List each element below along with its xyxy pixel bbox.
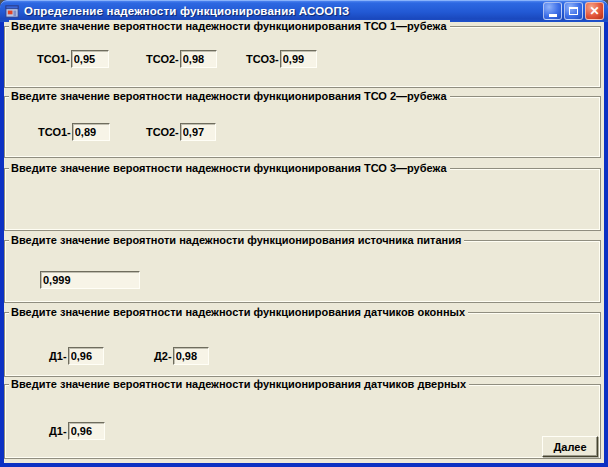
input-window-sensor-d2[interactable]: [173, 347, 209, 365]
section-window-sensors: Введите значение вероятности надежности …: [4, 312, 601, 377]
field-label: ТСО3-: [246, 53, 279, 65]
section-header: Введите значение вероятности надежности …: [9, 20, 450, 33]
field-label: ТСО2-: [146, 53, 179, 65]
field-label: ТСО1-: [38, 126, 71, 138]
input-tso2-line2[interactable]: [180, 123, 216, 141]
section-power-source: Введите значение вероятноти надежности ф…: [4, 240, 601, 303]
section-header: Введите значение вероятности надежности …: [9, 378, 469, 391]
next-button[interactable]: Далее: [542, 436, 598, 457]
field-row: [40, 271, 140, 289]
client-area: Введите значение вероятности надежности …: [4, 22, 604, 463]
field-label: Д1-: [49, 350, 67, 362]
title-bar[interactable]: Определение надежности функционирования …: [0, 0, 608, 22]
maximize-button[interactable]: [564, 2, 583, 20]
section-header: Введите значение вероятноти надежности ф…: [9, 234, 464, 247]
field-row: ТСО3-: [246, 50, 317, 68]
input-tso1-line2[interactable]: [72, 123, 110, 141]
section-door-sensors: Введите значение вероятности надежности …: [4, 384, 601, 459]
field-row: ТСО1-: [38, 123, 110, 141]
section-header: Введите значение вероятности надежности …: [9, 306, 468, 319]
section-tso-line1: Введите значение вероятности надежности …: [4, 26, 601, 88]
field-row: ТСО2-: [146, 50, 217, 68]
field-row: ТСО2-: [146, 123, 216, 141]
field-row: Д1-: [49, 347, 104, 365]
section-tso-line3: Введите значение вероятности надежности …: [4, 168, 601, 231]
input-tso1-line1[interactable]: [71, 50, 109, 68]
field-label: Д1-: [49, 425, 67, 437]
section-header: Введите значение вероятности надежности …: [9, 90, 450, 103]
field-label: ТСО2-: [146, 126, 179, 138]
minimize-button[interactable]: [543, 2, 562, 20]
input-door-sensor-d1[interactable]: [68, 422, 105, 440]
input-tso2-line1[interactable]: [180, 50, 217, 68]
field-row: Д2-: [154, 347, 209, 365]
field-label: Д2-: [154, 350, 172, 362]
field-label: ТСО1-: [37, 53, 70, 65]
field-row: ТСО1-: [37, 50, 109, 68]
field-row: Д1-: [49, 422, 105, 440]
section-header: Введите значение вероятности надежности …: [9, 162, 450, 175]
titlebar-buttons: ✕: [543, 2, 604, 20]
close-button[interactable]: ✕: [585, 2, 604, 20]
window-title: Определение надежности функционирования …: [24, 5, 543, 17]
maximize-icon: [569, 7, 578, 15]
section-tso-line2: Введите значение вероятности надежности …: [4, 96, 601, 158]
close-icon: ✕: [589, 3, 599, 19]
input-tso3-line1[interactable]: [280, 50, 317, 68]
input-window-sensor-d1[interactable]: [68, 347, 104, 365]
app-icon: [5, 4, 20, 19]
input-power-source[interactable]: [40, 271, 140, 289]
minimize-icon: [549, 14, 557, 17]
app-window: Определение надежности функционирования …: [0, 0, 608, 467]
